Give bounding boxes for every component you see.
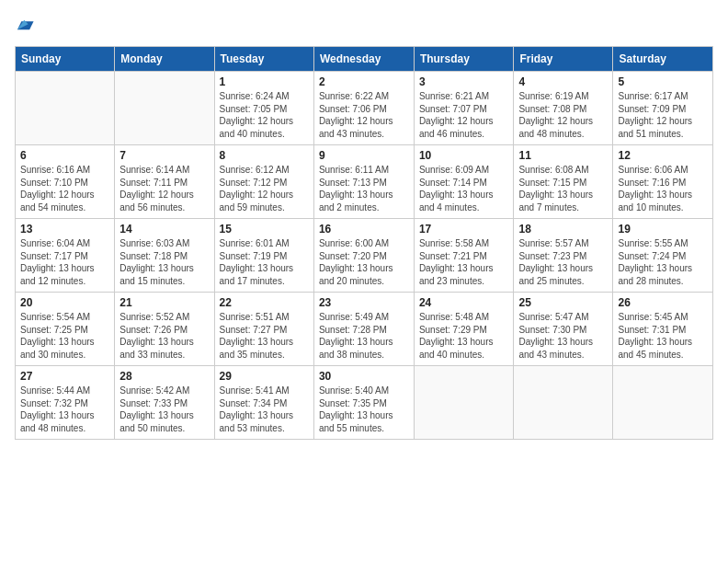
- day-info: Sunrise: 5:48 AM Sunset: 7:29 PM Dayligh…: [419, 311, 509, 361]
- calendar-cell: 30Sunrise: 5:40 AM Sunset: 7:35 PM Dayli…: [313, 366, 414, 440]
- calendar-cell: 29Sunrise: 5:41 AM Sunset: 7:34 PM Dayli…: [214, 366, 313, 440]
- day-info: Sunrise: 6:09 AM Sunset: 7:14 PM Dayligh…: [419, 164, 509, 213]
- calendar-cell: 21Sunrise: 5:52 AM Sunset: 7:26 PM Dayli…: [115, 293, 214, 366]
- calendar-cell: 6Sunrise: 6:16 AM Sunset: 7:10 PM Daylig…: [16, 145, 115, 219]
- day-number: 8: [220, 149, 309, 162]
- day-info: Sunrise: 6:00 AM Sunset: 7:20 PM Dayligh…: [319, 237, 409, 287]
- day-of-week-header: Monday: [115, 47, 214, 72]
- calendar-cell: 8Sunrise: 6:12 AM Sunset: 7:12 PM Daylig…: [214, 145, 313, 219]
- day-info: Sunrise: 5:49 AM Sunset: 7:28 PM Dayligh…: [319, 311, 409, 361]
- day-of-week-header: Saturday: [613, 47, 713, 72]
- calendar-cell: [613, 366, 713, 440]
- calendar-week-row: 20Sunrise: 5:54 AM Sunset: 7:25 PM Dayli…: [16, 293, 713, 366]
- day-info: Sunrise: 6:19 AM Sunset: 7:08 PM Dayligh…: [518, 90, 608, 140]
- day-number: 20: [20, 296, 109, 309]
- calendar-cell: 27Sunrise: 5:44 AM Sunset: 7:32 PM Dayli…: [16, 366, 115, 440]
- calendar-cell: 23Sunrise: 5:49 AM Sunset: 7:28 PM Dayli…: [313, 293, 414, 366]
- day-number: 13: [20, 223, 109, 236]
- calendar-cell: 26Sunrise: 5:45 AM Sunset: 7:31 PM Dayli…: [613, 293, 713, 366]
- day-number: 25: [518, 296, 608, 309]
- day-number: 14: [119, 223, 209, 236]
- day-number: 29: [220, 370, 309, 383]
- day-info: Sunrise: 6:14 AM Sunset: 7:11 PM Dayligh…: [119, 164, 209, 213]
- calendar-cell: 15Sunrise: 6:01 AM Sunset: 7:19 PM Dayli…: [214, 219, 313, 293]
- day-number: 24: [419, 296, 509, 309]
- day-number: 27: [20, 370, 109, 383]
- day-info: Sunrise: 6:24 AM Sunset: 7:05 PM Dayligh…: [220, 90, 309, 140]
- day-number: 23: [319, 296, 409, 309]
- day-info: Sunrise: 6:11 AM Sunset: 7:13 PM Dayligh…: [319, 164, 409, 213]
- calendar-week-row: 1Sunrise: 6:24 AM Sunset: 7:05 PM Daylig…: [16, 72, 713, 145]
- calendar-cell: [514, 366, 613, 440]
- logo: [15, 15, 39, 35]
- page-header: [15, 15, 713, 35]
- day-info: Sunrise: 5:42 AM Sunset: 7:33 PM Dayligh…: [119, 385, 209, 434]
- calendar-cell: 17Sunrise: 5:58 AM Sunset: 7:21 PM Dayli…: [414, 219, 514, 293]
- day-number: 10: [419, 149, 509, 162]
- calendar-cell: 20Sunrise: 5:54 AM Sunset: 7:25 PM Dayli…: [16, 293, 115, 366]
- calendar-cell: 10Sunrise: 6:09 AM Sunset: 7:14 PM Dayli…: [414, 145, 514, 219]
- calendar-cell: 14Sunrise: 6:03 AM Sunset: 7:18 PM Dayli…: [115, 219, 214, 293]
- calendar-cell: [16, 72, 115, 145]
- day-info: Sunrise: 5:57 AM Sunset: 7:23 PM Dayligh…: [518, 237, 608, 287]
- day-number: 21: [119, 296, 209, 309]
- calendar-cell: 28Sunrise: 5:42 AM Sunset: 7:33 PM Dayli…: [115, 366, 214, 440]
- day-number: 19: [618, 223, 708, 236]
- day-info: Sunrise: 6:06 AM Sunset: 7:16 PM Dayligh…: [618, 164, 708, 213]
- day-info: Sunrise: 6:22 AM Sunset: 7:06 PM Dayligh…: [319, 90, 409, 140]
- day-number: 18: [518, 223, 608, 236]
- day-info: Sunrise: 5:41 AM Sunset: 7:34 PM Dayligh…: [220, 385, 309, 434]
- calendar-cell: 19Sunrise: 5:55 AM Sunset: 7:24 PM Dayli…: [613, 219, 713, 293]
- day-number: 1: [220, 75, 309, 88]
- day-number: 5: [618, 75, 708, 88]
- day-info: Sunrise: 6:04 AM Sunset: 7:17 PM Dayligh…: [20, 237, 109, 287]
- calendar-cell: 9Sunrise: 6:11 AM Sunset: 7:13 PM Daylig…: [313, 145, 414, 219]
- calendar-week-row: 6Sunrise: 6:16 AM Sunset: 7:10 PM Daylig…: [16, 145, 713, 219]
- day-info: Sunrise: 5:55 AM Sunset: 7:24 PM Dayligh…: [618, 237, 708, 287]
- day-info: Sunrise: 5:58 AM Sunset: 7:21 PM Dayligh…: [419, 237, 509, 287]
- day-number: 28: [119, 370, 209, 383]
- day-info: Sunrise: 6:16 AM Sunset: 7:10 PM Dayligh…: [20, 164, 109, 213]
- calendar-cell: 25Sunrise: 5:47 AM Sunset: 7:30 PM Dayli…: [514, 293, 613, 366]
- day-number: 4: [518, 75, 608, 88]
- day-number: 9: [319, 149, 409, 162]
- calendar-cell: 12Sunrise: 6:06 AM Sunset: 7:16 PM Dayli…: [613, 145, 713, 219]
- day-number: 11: [518, 149, 608, 162]
- day-of-week-header: Sunday: [16, 47, 115, 72]
- calendar-week-row: 13Sunrise: 6:04 AM Sunset: 7:17 PM Dayli…: [16, 219, 713, 293]
- day-info: Sunrise: 6:03 AM Sunset: 7:18 PM Dayligh…: [119, 237, 209, 287]
- day-number: 16: [319, 223, 409, 236]
- day-number: 30: [319, 370, 409, 383]
- day-number: 3: [419, 75, 509, 88]
- calendar-cell: 24Sunrise: 5:48 AM Sunset: 7:29 PM Dayli…: [414, 293, 514, 366]
- day-info: Sunrise: 5:54 AM Sunset: 7:25 PM Dayligh…: [20, 311, 109, 361]
- day-info: Sunrise: 6:01 AM Sunset: 7:19 PM Dayligh…: [220, 237, 309, 287]
- day-info: Sunrise: 5:40 AM Sunset: 7:35 PM Dayligh…: [319, 385, 409, 434]
- calendar-cell: 2Sunrise: 6:22 AM Sunset: 7:06 PM Daylig…: [313, 72, 414, 145]
- day-number: 2: [319, 75, 409, 88]
- day-info: Sunrise: 5:44 AM Sunset: 7:32 PM Dayligh…: [20, 385, 109, 434]
- calendar-cell: 1Sunrise: 6:24 AM Sunset: 7:05 PM Daylig…: [214, 72, 313, 145]
- calendar-cell: [115, 72, 214, 145]
- calendar-cell: 5Sunrise: 6:17 AM Sunset: 7:09 PM Daylig…: [613, 72, 713, 145]
- calendar-cell: 13Sunrise: 6:04 AM Sunset: 7:17 PM Dayli…: [16, 219, 115, 293]
- calendar-cell: 4Sunrise: 6:19 AM Sunset: 7:08 PM Daylig…: [514, 72, 613, 145]
- calendar-cell: 3Sunrise: 6:21 AM Sunset: 7:07 PM Daylig…: [414, 72, 514, 145]
- day-info: Sunrise: 6:08 AM Sunset: 7:15 PM Dayligh…: [518, 164, 608, 213]
- day-info: Sunrise: 5:51 AM Sunset: 7:27 PM Dayligh…: [220, 311, 309, 361]
- day-of-week-header: Friday: [514, 47, 613, 72]
- day-info: Sunrise: 5:45 AM Sunset: 7:31 PM Dayligh…: [618, 311, 708, 361]
- day-number: 22: [220, 296, 309, 309]
- calendar-cell: 7Sunrise: 6:14 AM Sunset: 7:11 PM Daylig…: [115, 145, 214, 219]
- day-number: 6: [20, 149, 109, 162]
- day-of-week-header: Wednesday: [313, 47, 414, 72]
- day-info: Sunrise: 6:17 AM Sunset: 7:09 PM Dayligh…: [618, 90, 708, 140]
- calendar-header-row: SundayMondayTuesdayWednesdayThursdayFrid…: [16, 47, 713, 72]
- calendar-cell: 16Sunrise: 6:00 AM Sunset: 7:20 PM Dayli…: [313, 219, 414, 293]
- calendar-cell: 18Sunrise: 5:57 AM Sunset: 7:23 PM Dayli…: [514, 219, 613, 293]
- calendar-cell: [414, 366, 514, 440]
- day-number: 12: [618, 149, 708, 162]
- day-info: Sunrise: 6:12 AM Sunset: 7:12 PM Dayligh…: [220, 164, 309, 213]
- logo-icon: [15, 15, 35, 35]
- day-of-week-header: Tuesday: [214, 47, 313, 72]
